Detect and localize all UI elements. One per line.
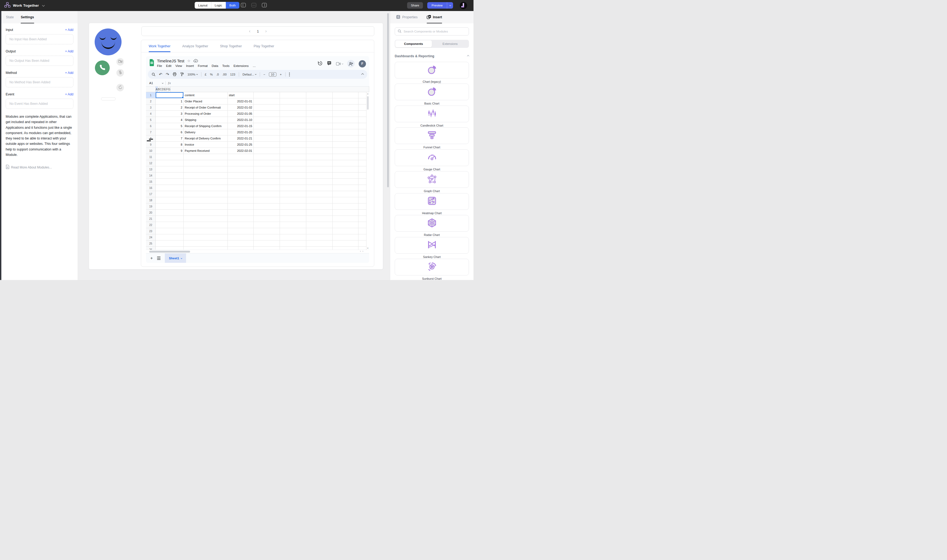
cell-col-b[interactable] — [184, 160, 228, 166]
cell[interactable] — [254, 166, 280, 172]
row-number[interactable]: 2 — [146, 98, 156, 104]
section-dashboards-reporting[interactable]: Dashboards & Reporting — [395, 54, 469, 58]
canvas-tab[interactable]: Shop Together — [220, 40, 242, 52]
cell-col-a[interactable] — [156, 247, 184, 250]
cell-col-b[interactable] — [184, 216, 228, 222]
share-screen-button[interactable] — [116, 84, 124, 91]
cell[interactable] — [333, 222, 358, 228]
sheet-menu-item[interactable]: … — [253, 64, 256, 68]
component-tile[interactable]: Basic Chart — [395, 83, 469, 105]
row-number[interactable]: 14 — [146, 172, 156, 178]
sheet-horizontal-scrollbar[interactable]: ‹› — [146, 250, 369, 253]
cell[interactable] — [306, 154, 333, 160]
cell-col-c[interactable]: 2022-01-15 — [228, 123, 254, 129]
cell[interactable] — [254, 148, 280, 154]
cell-col-c[interactable]: 2022-01-25 — [228, 142, 254, 148]
column-header[interactable]: C — [160, 86, 162, 92]
cell[interactable] — [333, 135, 358, 142]
bottom-panel-toggle-icon[interactable] — [251, 3, 256, 7]
star-icon[interactable]: ☆ — [187, 59, 191, 63]
cell[interactable] — [280, 247, 306, 250]
cell-col-c[interactable]: 2022-01-10 — [228, 117, 254, 123]
row-number[interactable]: 25 — [146, 240, 156, 246]
cell-col-b[interactable]: Order Placed — [184, 98, 228, 104]
tab-properties[interactable]: Properties — [396, 11, 418, 23]
cell-col-b[interactable] — [184, 191, 228, 197]
cell[interactable] — [280, 240, 306, 246]
cell-col-b[interactable] — [184, 166, 228, 172]
column-header[interactable]: A — [156, 86, 158, 92]
cell[interactable] — [333, 142, 358, 148]
cell-col-c[interactable] — [228, 197, 254, 203]
cell[interactable] — [306, 179, 333, 185]
cell[interactable] — [280, 172, 306, 178]
cell[interactable] — [280, 98, 306, 104]
h-scroll-arrows[interactable]: ‹› — [360, 250, 365, 252]
cell[interactable] — [254, 98, 280, 104]
cell[interactable] — [280, 185, 306, 191]
cell[interactable] — [333, 129, 358, 135]
cell[interactable] — [254, 129, 280, 135]
cell[interactable] — [254, 203, 280, 209]
cell[interactable] — [254, 228, 280, 234]
cell[interactable] — [254, 240, 280, 246]
cell[interactable] — [333, 179, 358, 185]
cell[interactable] — [254, 123, 280, 129]
cell-col-c[interactable] — [228, 247, 254, 250]
left-panel-toggle-icon[interactable] — [241, 3, 246, 7]
view-mode-option[interactable]: Both — [226, 2, 239, 9]
search-icon[interactable] — [152, 72, 156, 76]
cell[interactable] — [254, 92, 280, 98]
right-panel-toggle-icon[interactable] — [262, 3, 267, 7]
cell[interactable] — [333, 160, 358, 166]
component-tile[interactable]: Graph Chart — [395, 171, 469, 193]
cell-col-a[interactable] — [156, 228, 184, 234]
row-number[interactable]: 3 — [146, 105, 156, 111]
cell[interactable] — [333, 247, 358, 250]
cell[interactable] — [254, 209, 280, 215]
cell-col-a[interactable] — [156, 222, 184, 228]
cell[interactable] — [333, 203, 358, 209]
decrease-decimal-button[interactable]: .0 — [216, 73, 219, 76]
row-number[interactable]: 10 — [146, 148, 156, 154]
cell[interactable] — [254, 216, 280, 222]
tab-state[interactable]: State — [6, 11, 14, 23]
cell-col-a[interactable] — [156, 185, 184, 191]
font-size-input[interactable]: 10 — [269, 72, 276, 77]
cell-col-c[interactable] — [228, 234, 254, 240]
cell-col-b[interactable] — [184, 234, 228, 240]
cell[interactable] — [333, 216, 358, 222]
row-number[interactable]: 1 — [146, 92, 156, 98]
cell[interactable] — [306, 185, 333, 191]
cell[interactable] — [280, 197, 306, 203]
row-number[interactable]: 21 — [146, 216, 156, 222]
cell-col-a[interactable] — [156, 234, 184, 240]
tab-settings[interactable]: Settings — [21, 11, 34, 23]
row-number[interactable]: 24 — [146, 234, 156, 240]
cell[interactable] — [306, 203, 333, 209]
cell-col-a[interactable] — [156, 209, 184, 215]
row-number[interactable]: 4 — [146, 111, 156, 117]
component-tile[interactable]: Sunburst Chart — [395, 259, 469, 280]
cell[interactable] — [254, 185, 280, 191]
cell-col-b[interactable]: Payment Received — [184, 148, 228, 154]
sheet-menu-item[interactable]: View — [175, 64, 182, 68]
cell-col-c[interactable] — [228, 172, 254, 178]
toggle-components[interactable]: Components — [395, 40, 432, 47]
cell[interactable] — [333, 209, 358, 215]
cell-col-b[interactable] — [184, 185, 228, 191]
component-tile[interactable]: Heatmap Chart — [395, 193, 469, 215]
cell-B1[interactable]: content — [184, 92, 228, 98]
cell-col-a[interactable] — [156, 154, 184, 160]
cell[interactable] — [280, 154, 306, 160]
row-number[interactable]: 13 — [146, 166, 156, 172]
cell-col-c[interactable]: 2022-02-01 — [228, 148, 254, 154]
cell-col-a[interactable]: 1 — [156, 98, 184, 104]
column-header[interactable]: E — [164, 86, 167, 92]
cell-col-a[interactable] — [156, 172, 184, 178]
cell-col-c[interactable]: 2022-01-05 — [228, 111, 254, 117]
cell[interactable] — [280, 111, 306, 117]
sheet-menu-item[interactable]: Edit — [166, 64, 171, 68]
add-button[interactable]: + Add — [65, 28, 73, 32]
mini-input-pill[interactable] — [101, 97, 116, 100]
